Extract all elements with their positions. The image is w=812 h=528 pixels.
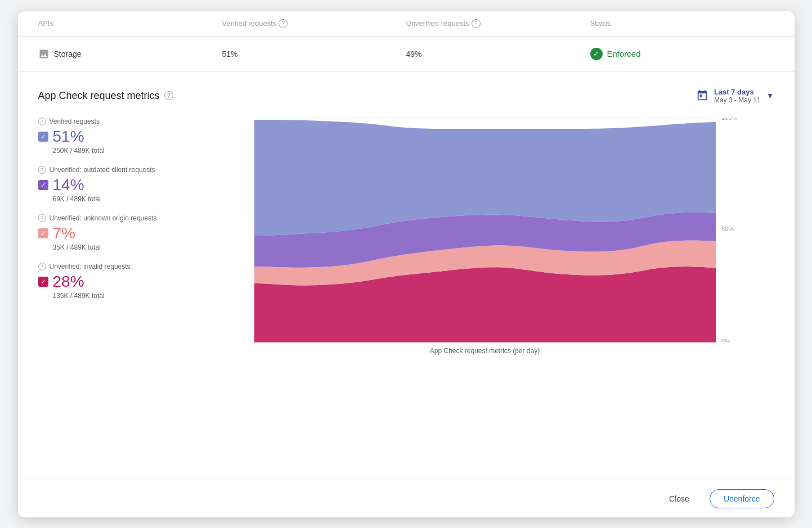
check-circle-icon: ✓ <box>590 48 603 60</box>
legend-help-icon-3[interactable]: ? <box>38 263 46 270</box>
chart-x-label: App Check request metrics (per day) <box>196 347 774 355</box>
unenforce-button[interactable]: Unenforce <box>710 489 774 508</box>
storage-label: Storage <box>38 48 222 60</box>
date-range-label: Last 7 days <box>714 88 754 96</box>
metrics-header: App Check request metrics ? Last 7 days … <box>38 88 774 104</box>
col-unverified: Unverified requests ? <box>406 19 590 28</box>
legend-checkbox-0[interactable]: ✓ <box>38 132 48 142</box>
legend-help-icon-1[interactable]: ? <box>38 166 46 174</box>
table-header: APIs Verified requests ? Unverified requ… <box>18 11 795 37</box>
unverified-help-icon[interactable]: ? <box>472 19 481 28</box>
modal-container: APIs Verified requests ? Unverified requ… <box>18 11 795 517</box>
legend-checkbox-3[interactable]: ✓ <box>38 277 48 287</box>
legend-item-1: ? Unverified: outdated client requests ✓… <box>38 166 185 203</box>
date-range-sub: May 3 - May 11 <box>714 96 761 104</box>
svg-text:0%: 0% <box>721 338 730 342</box>
metrics-legend: ? Verified requests ✓ 51% 250K / 489K to… <box>38 118 185 355</box>
metrics-title: App Check request metrics ? <box>38 90 173 102</box>
dropdown-arrow-icon[interactable]: ▼ <box>766 91 774 100</box>
date-range-text: Last 7 days May 3 - May 11 <box>714 88 761 104</box>
col-status: Status <box>590 19 774 28</box>
svg-text:100%: 100% <box>721 118 737 121</box>
metrics-section: App Check request metrics ? Last 7 days … <box>18 72 795 480</box>
metrics-content: ? Verified requests ✓ 51% 250K / 489K to… <box>38 118 774 355</box>
svg-text:50%: 50% <box>721 225 734 232</box>
metrics-help-icon[interactable]: ? <box>164 91 173 100</box>
modal-footer: Close Unenforce <box>18 480 795 517</box>
enforced-label: Enforced <box>607 49 641 58</box>
date-range-selector[interactable]: Last 7 days May 3 - May 11 ▼ <box>696 88 774 104</box>
chart-svg: May 4 May 5 May 6 May 7 May 8 May 9 May … <box>196 118 774 342</box>
storage-unverified-pct: 49% <box>406 49 590 58</box>
col-apis: APIs <box>38 19 222 28</box>
verified-help-icon[interactable]: ? <box>279 19 288 28</box>
col-verified: Verified requests ? <box>222 19 406 28</box>
legend-checkbox-2[interactable]: ✓ <box>38 228 48 238</box>
calendar-icon <box>696 89 708 102</box>
legend-item-2: ? Unverified: unknown origin requests ✓ … <box>38 214 185 251</box>
storage-row: Storage 51% 49% ✓ Enforced <box>18 37 795 72</box>
storage-icon <box>38 48 50 60</box>
legend-item-0: ? Verified requests ✓ 51% 250K / 489K to… <box>38 118 185 155</box>
legend-help-icon-2[interactable]: ? <box>38 214 46 222</box>
legend-item-3: ? Unverified: invalid requests ✓ 28% 135… <box>38 263 185 300</box>
status-enforced: ✓ Enforced <box>590 48 774 60</box>
legend-checkbox-1[interactable]: ✓ <box>38 180 48 190</box>
close-button[interactable]: Close <box>658 490 701 508</box>
storage-verified-pct: 51% <box>222 49 406 58</box>
chart-area: May 4 May 5 May 6 May 7 May 8 May 9 May … <box>196 118 774 355</box>
legend-help-icon-0[interactable]: ? <box>38 118 46 125</box>
